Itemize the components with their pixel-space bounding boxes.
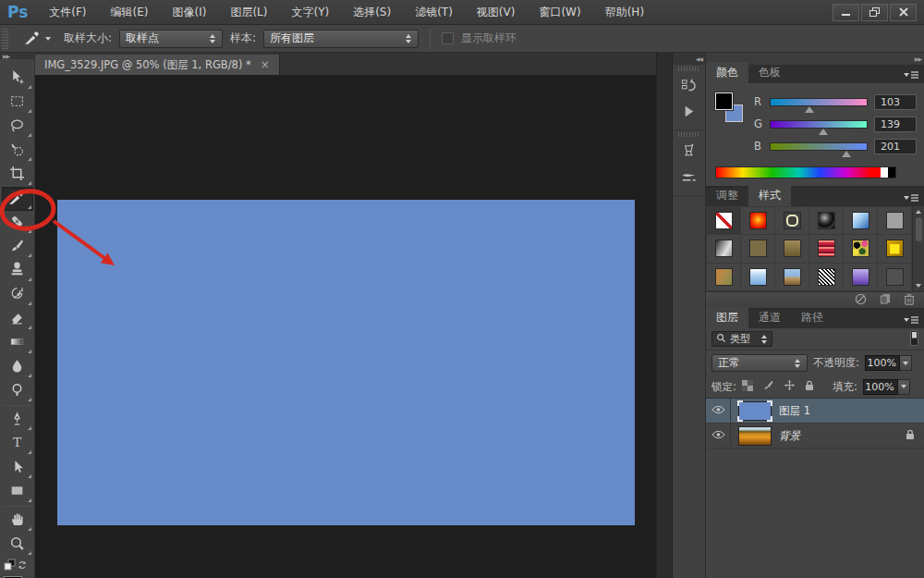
new-style-button[interactable] [880, 293, 891, 307]
style-swatch-dark-plain[interactable] [878, 264, 911, 290]
style-swatch-horizon[interactable] [775, 264, 808, 290]
style-swatch-blue-sheen[interactable] [844, 207, 877, 234]
channel-slider[interactable] [770, 120, 868, 129]
hand-tool[interactable] [2, 509, 33, 533]
channel-slider-thumb[interactable] [842, 151, 851, 157]
clear-style-button[interactable] [855, 293, 867, 308]
healing-brush-tool[interactable] [2, 211, 33, 235]
layer-visibility-toggle[interactable] [706, 399, 731, 423]
menu-item[interactable]: 图层(L) [218, 0, 279, 24]
foreground-color-swatch[interactable] [715, 92, 733, 110]
menu-item[interactable]: 编辑(E) [99, 0, 161, 24]
menu-item[interactable]: 图像(I) [161, 0, 219, 24]
style-swatch-tan-gradient[interactable] [775, 235, 808, 262]
panel-menu-icon[interactable] [903, 311, 924, 328]
layers-panel-tab[interactable]: 路径 [791, 307, 833, 328]
restore-button[interactable] [861, 4, 888, 21]
styles-panel-tab[interactable]: 调整 [706, 185, 748, 206]
minimize-button[interactable] [833, 4, 859, 21]
filter-toggle-switch[interactable] [910, 330, 918, 349]
brush-presets-panel-button[interactable] [675, 166, 703, 191]
style-swatch-plain-gray[interactable] [878, 207, 911, 234]
style-swatch-red-stripes[interactable] [809, 235, 843, 262]
menu-item[interactable]: 文字(Y) [279, 0, 341, 24]
tool-preset-picker[interactable] [19, 28, 56, 50]
document-image[interactable] [57, 200, 635, 525]
tab-close-icon[interactable]: × [261, 58, 270, 71]
color-panel-tab[interactable]: 颜色 [706, 62, 748, 83]
menu-item[interactable]: 视图(V) [465, 0, 528, 24]
spectrum-white-swatch[interactable] [881, 167, 888, 178]
crop-tool[interactable] [2, 163, 33, 187]
eyedropper-tool[interactable] [2, 187, 33, 211]
quick-selection-tool[interactable] [2, 139, 33, 163]
layers-panel-tab[interactable]: 通道 [748, 307, 791, 328]
channel-slider[interactable] [770, 98, 868, 106]
channel-value-input[interactable]: 139 [874, 117, 917, 132]
pen-tool[interactable] [2, 408, 33, 432]
style-swatch-sky-blue[interactable] [741, 264, 774, 290]
panel-menu-icon[interactable] [903, 66, 924, 83]
dodge-tool[interactable] [2, 379, 33, 403]
channel-slider-thumb[interactable] [819, 129, 828, 135]
gradient-tool[interactable] [2, 331, 33, 355]
dock-gripper[interactable] [678, 67, 699, 71]
lock-all-icon[interactable] [805, 380, 814, 394]
style-swatch-cream-frame[interactable] [775, 207, 808, 234]
style-swatch-olive[interactable] [741, 235, 774, 262]
channel-value-input[interactable]: 103 [874, 94, 917, 110]
zoom-tool[interactable] [2, 533, 33, 557]
lock-pixels-icon[interactable] [762, 379, 774, 394]
sample-source-select[interactable]: 所有图层 [263, 30, 419, 48]
style-swatch-camo[interactable] [844, 235, 877, 262]
path-selection-tool[interactable] [2, 456, 33, 480]
style-swatch-steel-gradient[interactable] [707, 235, 740, 262]
canvas-vertical-scrollbar[interactable] [656, 53, 673, 578]
menu-item[interactable]: 选择(S) [341, 0, 403, 24]
move-tool[interactable] [2, 67, 33, 91]
brush-panel-button[interactable] [675, 141, 703, 165]
fill-dropdown-button[interactable] [898, 379, 910, 395]
layer-row[interactable]: 图层 1 [706, 399, 924, 424]
layer-row[interactable]: 背景 [706, 424, 924, 449]
sample-size-select[interactable]: 取样点 [119, 30, 223, 48]
options-bar-gripper[interactable] [2, 29, 8, 49]
menu-item[interactable]: 窗口(W) [527, 0, 592, 24]
dock-gripper[interactable] [678, 132, 699, 137]
lock-position-icon[interactable] [784, 379, 796, 394]
opacity-dropdown-button[interactable] [900, 355, 912, 371]
layer-thumbnail[interactable] [738, 426, 772, 446]
type-tool[interactable]: T [2, 432, 33, 456]
spectrum-black-swatch[interactable] [888, 167, 895, 178]
channel-slider[interactable] [770, 142, 868, 151]
blend-mode-select[interactable]: 正常 [711, 354, 808, 372]
opacity-value[interactable]: 100% [865, 355, 900, 371]
styles-scrollbar[interactable] [912, 206, 924, 291]
menu-item[interactable]: 帮助(H) [593, 0, 656, 24]
fill-value[interactable]: 100% [863, 379, 898, 395]
brush-tool[interactable] [2, 235, 33, 259]
history-panel-button[interactable] [675, 75, 703, 99]
color-panel-tab[interactable]: 色板 [748, 62, 791, 83]
document-tab[interactable]: IMG_3529.JPG @ 50% (图层 1, RGB/8) * × [35, 55, 280, 75]
menu-item[interactable]: 滤镜(T) [403, 0, 465, 24]
dock-expand-button[interactable]: ◀◀ [673, 53, 705, 65]
show-sampling-ring-checkbox[interactable] [442, 32, 454, 44]
blur-tool[interactable] [2, 355, 33, 379]
color-spectrum-ramp[interactable] [715, 166, 896, 178]
layer-thumbnail[interactable] [738, 401, 772, 421]
style-swatch-red-glow[interactable] [741, 207, 774, 234]
menu-item[interactable]: 文件(F) [37, 0, 98, 24]
actions-panel-button[interactable] [675, 101, 703, 125]
delete-style-button[interactable] [904, 293, 915, 308]
toolbar-collapse-button[interactable]: ▶▶ [0, 53, 34, 59]
history-brush-tool[interactable] [2, 283, 33, 307]
scrollbar-thumb[interactable] [916, 217, 922, 241]
close-button[interactable] [890, 4, 917, 21]
style-swatch-yellow-frame[interactable] [878, 235, 911, 262]
layer-visibility-toggle[interactable] [706, 424, 731, 448]
default-colors-and-swap-icon[interactable] [4, 561, 28, 574]
lock-transparency-icon[interactable] [742, 380, 753, 394]
style-swatch-autumn-blur[interactable] [707, 264, 740, 290]
channel-value-input[interactable]: 201 [874, 139, 917, 154]
